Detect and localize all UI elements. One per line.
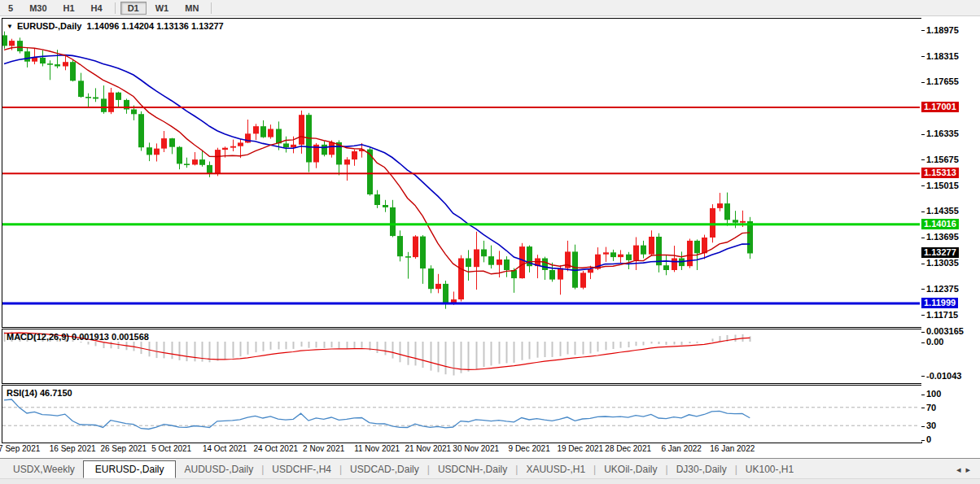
axis-tick-mark <box>921 238 925 238</box>
date-axis[interactable]: 7 Sep 202116 Sep 202126 Sep 20215 Oct 20… <box>2 444 921 456</box>
price-tick-label: 1.13035 <box>921 257 959 268</box>
chart-tab-usdx-weekly[interactable]: USDX,Weekly <box>5 461 83 477</box>
axis-tick-mark <box>921 426 925 427</box>
chart-tab-usdcnh-daily[interactable]: USDCNH-,Daily <box>430 461 515 477</box>
axis-tick-mark <box>921 408 925 408</box>
chart-tab-dj30-daily[interactable]: DJ30-,Daily <box>668 461 735 477</box>
price-tick-label: 1.18975 <box>921 24 959 36</box>
date-tick-label: 19 Dec 2021 <box>557 444 603 453</box>
rsi-axis-label: 100 <box>921 388 941 399</box>
price-axis[interactable]: 1.189751.183151.176551.163351.156751.150… <box>921 18 980 442</box>
level-price-label: 1.11999 <box>921 298 958 308</box>
date-tick-label: 2 Nov 2021 <box>303 444 344 453</box>
price-tick-label: 1.13695 <box>921 231 959 242</box>
date-tick-label: 9 Dec 2021 <box>509 444 550 453</box>
macd-label: MACD(12,26,9) 0.001913 0.001568 <box>7 332 149 342</box>
date-tick-label: 30 Nov 2021 <box>453 444 499 453</box>
toolbar-separator <box>115 2 116 14</box>
macd-axis-label: 0.00 <box>921 336 943 347</box>
axis-tick-mark <box>921 211 925 212</box>
price-tick-label: 1.15015 <box>921 180 959 191</box>
current-price-label: 1.13277 <box>921 247 959 258</box>
chart-tab-usdcad-daily[interactable]: USDCAD-,Daily <box>342 461 427 477</box>
axis-tick-mark <box>921 56 925 57</box>
axis-tick-mark <box>921 395 925 395</box>
tab-scroll-left-icon[interactable]: ◂ <box>956 464 966 474</box>
chart-title: ▼EURUSD-,Daily 1.14096 1.14204 1.13136 1… <box>7 21 224 31</box>
tab-scroll-right-icon[interactable]: ▸ <box>965 464 975 474</box>
axis-tick-mark <box>921 440 925 441</box>
price-tick-label: 1.18315 <box>921 50 959 62</box>
date-tick-label: 7 Sep 2021 <box>0 444 40 453</box>
rsi-axis-label: 0 <box>921 434 931 445</box>
chart-tab-xauusd-h1[interactable]: XAUUSD-,H1 <box>518 461 593 477</box>
toolbar-separator <box>211 2 212 14</box>
price-tick-label: 1.17655 <box>921 76 959 87</box>
date-tick-label: 14 Oct 2021 <box>203 444 247 453</box>
timeframe-button-mn[interactable]: MN <box>177 2 206 15</box>
chart-ohlc-values: 1.14096 1.14204 1.13136 1.13277 <box>87 21 224 31</box>
axis-tick-mark <box>921 30 925 31</box>
price-tick-label: 1.16335 <box>921 128 959 139</box>
date-tick-label: 24 Oct 2021 <box>254 444 298 453</box>
axis-tick-mark <box>921 332 925 333</box>
timeframe-button-m30[interactable]: M30 <box>22 2 54 15</box>
date-tick-label: 16 Sep 2021 <box>50 444 96 453</box>
axis-tick-mark <box>921 342 925 343</box>
date-tick-label: 16 Jan 2022 <box>710 444 755 453</box>
tab-scroll-arrows: ◂▸ <box>956 464 975 475</box>
axis-tick-mark <box>921 134 925 135</box>
price-tick-label: 1.14355 <box>921 205 959 216</box>
chart-tab-ukoil-daily[interactable]: UKOil-,Daily <box>596 461 665 477</box>
timeframe-button-w1[interactable]: W1 <box>148 2 177 15</box>
axis-tick-mark <box>921 82 925 83</box>
macd-indicator-panel[interactable]: MACD(12,26,9) 0.001913 0.001568 <box>2 329 922 384</box>
mt4-chart-window: 5M30H1H4D1W1MN ▼EURUSD-,Daily 1.14096 1.… <box>0 0 980 484</box>
timeframe-button-h1[interactable]: H1 <box>56 2 82 15</box>
axis-tick-mark <box>921 289 925 290</box>
date-tick-label: 5 Oct 2021 <box>151 444 191 453</box>
chart-tab-eurusd-daily[interactable]: EURUSD-,Daily <box>83 460 177 478</box>
date-tick-label: 6 Jan 2022 <box>661 444 702 453</box>
price-tick-label: 1.11715 <box>921 309 958 320</box>
level-price-label: 1.15313 <box>921 168 959 178</box>
candlestick-chart <box>2 19 920 325</box>
axis-tick-mark <box>921 185 925 186</box>
macd-axis-label: -0.01043 <box>921 370 961 382</box>
rsi-label: RSI(14) 46.7150 <box>7 388 72 398</box>
timeframe-toolbar: 5M30H1H4D1W1MN <box>0 0 980 16</box>
axis-tick-mark <box>921 376 925 377</box>
price-chart-panel[interactable]: ▼EURUSD-,Daily 1.14096 1.14204 1.13136 1… <box>2 18 922 328</box>
rsi-axis-label: 70 <box>921 402 936 413</box>
price-tick-label: 1.15675 <box>921 154 959 165</box>
rsi-indicator-panel[interactable]: RSI(14) 46.7150 <box>2 385 922 443</box>
chart-symbol-label: EURUSD-,Daily <box>17 21 81 31</box>
chart-tab-usdchf-h4[interactable]: USDCHF-,H4 <box>264 461 339 477</box>
timeframe-button-5[interactable]: 5 <box>1 2 20 15</box>
axis-tick-mark <box>921 159 925 160</box>
date-tick-label: 21 Nov 2021 <box>405 444 451 453</box>
date-tick-label: 11 Nov 2021 <box>354 444 400 453</box>
date-tick-label: 26 Sep 2021 <box>100 444 147 453</box>
chart-tab-bar: USDX,WeeklyEURUSD-,DailyAUDUSD-,Daily|US… <box>0 458 980 484</box>
price-tick-label: 1.12375 <box>921 283 959 294</box>
timeframe-button-h4[interactable]: H4 <box>84 2 110 15</box>
axis-tick-mark <box>921 315 925 316</box>
level-price-label: 1.17001 <box>921 102 959 112</box>
level-price-label: 1.14016 <box>921 219 959 229</box>
timeframe-button-d1[interactable]: D1 <box>120 2 147 15</box>
date-tick-label: 28 Dec 2021 <box>605 444 651 453</box>
chart-tab-uk100-h1[interactable]: UK100-,H1 <box>737 461 802 477</box>
rsi-chart <box>2 386 920 441</box>
chart-tab-audusd-daily[interactable]: AUDUSD-,Daily <box>176 461 261 477</box>
collapse-triangle-icon[interactable]: ▼ <box>7 23 13 30</box>
axis-tick-mark <box>921 264 925 264</box>
tabbar-bottom-strip <box>0 478 980 484</box>
rsi-axis-label: 30 <box>921 420 936 431</box>
